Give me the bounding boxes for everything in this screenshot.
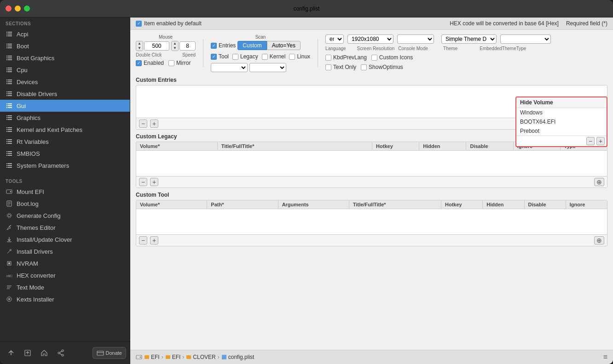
custom-tool-minus[interactable]: −: [139, 236, 147, 245]
custom-legacy-move[interactable]: ⊕: [594, 178, 604, 186]
sidebar-item-boot-graphics[interactable]: Boot Graphics: [0, 52, 130, 64]
sidebar-item-install-update-clover[interactable]: Install/Update Clover: [0, 233, 130, 245]
bc-sep3: ›: [218, 354, 220, 360]
sidebar-item-nvram[interactable]: NVRAM: [0, 257, 130, 269]
svg-rect-18: [6, 68, 7, 68]
linux-checkbox[interactable]: [289, 54, 295, 60]
import-button[interactable]: [4, 346, 18, 360]
sidebar-item-graphics[interactable]: Graphics: [0, 112, 130, 124]
hv-minus-btn[interactable]: −: [586, 137, 595, 145]
mouse-num-input[interactable]: [179, 41, 196, 51]
console-mode-select[interactable]: [397, 34, 434, 44]
language-select[interactable]: en: [325, 34, 344, 44]
sidebar-item-kexts-installer[interactable]: Kexts Installer: [0, 293, 130, 305]
sidebar-item-themes-editor[interactable]: Themes Editor: [0, 222, 130, 233]
scan-select-2[interactable]: [249, 63, 286, 72]
sidebar-item-smbios[interactable]: SMBIOS: [0, 148, 130, 159]
sidebar-item-text-mode[interactable]: Text Mode: [0, 281, 130, 293]
svg-rect-53: [8, 131, 12, 132]
kbd-prev-lang-checkbox[interactable]: [325, 55, 331, 61]
list-icon: [6, 78, 13, 85]
mirror-checkbox[interactable]: [168, 60, 174, 66]
mouse-speed-stepper[interactable]: ▲ ▼: [136, 41, 143, 51]
home-button[interactable]: [37, 346, 52, 360]
svg-line-80: [9, 225, 11, 227]
sidebar-item-hex-converter[interactable]: HEX HEX converter: [0, 269, 130, 281]
svg-rect-39: [8, 105, 12, 106]
sidebar-item-rt-variables[interactable]: Rt Variables: [0, 136, 130, 148]
sidebar-item-system-params[interactable]: System Parameters: [0, 159, 130, 171]
text-only-checkbox[interactable]: [325, 64, 331, 70]
linux-label: Linux: [289, 53, 310, 60]
mouse-controls: ▲ ▼ ▲ ▼: [136, 41, 196, 51]
custom-button[interactable]: Custom: [237, 41, 266, 50]
minimize-button[interactable]: [15, 6, 21, 11]
svg-rect-24: [6, 80, 7, 80]
tool-checkbox[interactable]: [211, 54, 217, 60]
tools-label: TOOLS: [0, 175, 130, 186]
item-enabled-section: ✓ Item enabled by default: [136, 20, 202, 27]
custom-legacy-plus[interactable]: +: [150, 178, 158, 186]
resolution-select[interactable]: 1920x1080: [347, 34, 393, 44]
custom-tool-plus[interactable]: +: [150, 236, 158, 245]
sidebar-item-acpi[interactable]: Acpi: [0, 28, 130, 40]
custom-tool-controls: − + ⊕: [136, 234, 607, 246]
scan-options-row: Tool Legacy Kernel: [211, 53, 310, 60]
custom-entries-plus[interactable]: +: [150, 119, 158, 128]
donate-button[interactable]: Donate: [93, 347, 126, 359]
sidebar-bottom: Donate: [0, 341, 130, 364]
custom-entries-minus[interactable]: −: [139, 119, 147, 128]
svg-rect-20: [6, 69, 7, 70]
stepper-down[interactable]: ▼: [136, 46, 143, 51]
menu-icon[interactable]: ≡: [603, 353, 607, 361]
mouse-speed-input[interactable]: [144, 41, 169, 51]
sidebar-item-boot[interactable]: Boot: [0, 40, 130, 52]
svg-rect-31: [8, 91, 12, 92]
svg-point-90: [62, 350, 64, 352]
sidebar-item-disable-drivers[interactable]: Disable Drivers: [0, 88, 130, 100]
sidebar-item-gui[interactable]: Gui: [0, 100, 130, 112]
stepper-up[interactable]: ▲: [172, 41, 178, 46]
sidebar-item-boot-log[interactable]: Boot.log: [0, 198, 130, 210]
custom-legacy-minus[interactable]: −: [139, 178, 147, 186]
sidebar-item-kernel-kext[interactable]: Kernel and Kext Patches: [0, 124, 130, 136]
custom-icons-checkbox[interactable]: [371, 55, 377, 61]
hv-item-preboot[interactable]: Preboot: [516, 126, 607, 136]
sidebar-item-cpu[interactable]: Cpu: [0, 64, 130, 76]
svg-rect-38: [6, 105, 7, 106]
bc-config-plist: config.plist: [221, 354, 254, 360]
enabled-checkbox[interactable]: [136, 60, 142, 66]
legacy-checkbox[interactable]: [232, 54, 238, 60]
bc-efi1: EFI: [144, 354, 160, 360]
export-button[interactable]: [20, 346, 35, 360]
auto-yes-button[interactable]: Auto=Yes: [267, 41, 301, 50]
stepper-down[interactable]: ▼: [172, 46, 178, 51]
th-disable2: Disable: [525, 200, 566, 209]
svg-rect-63: [8, 153, 12, 154]
kernel-checkbox[interactable]: [262, 54, 268, 60]
svg-rect-8: [6, 46, 7, 46]
stepper-up[interactable]: ▲: [136, 41, 143, 46]
item-enabled-checkbox[interactable]: ✓: [136, 21, 142, 27]
svg-rect-46: [6, 119, 7, 120]
close-button[interactable]: [6, 6, 12, 11]
sidebar-item-install-drivers[interactable]: Install Drivers: [0, 245, 130, 257]
sidebar-item-mount-efi[interactable]: Mount EFI: [0, 186, 130, 198]
sidebar-item-label: Themes Editor: [17, 224, 56, 231]
hv-plus-btn[interactable]: +: [596, 137, 605, 145]
theme-select[interactable]: Simple Theme Da: [441, 34, 497, 44]
share-button[interactable]: [53, 346, 68, 360]
entries-checkbox[interactable]: [211, 43, 217, 49]
custom-tool-move[interactable]: ⊕: [594, 236, 604, 245]
scan-select-1[interactable]: [211, 63, 248, 72]
show-optimus-checkbox[interactable]: [361, 64, 367, 70]
sidebar-item-generate-config[interactable]: Generate Config: [0, 210, 130, 222]
sidebar-item-devices[interactable]: Devices: [0, 76, 130, 88]
mouse-num-stepper[interactable]: ▲ ▼: [171, 41, 179, 51]
hv-item-windows[interactable]: Windows: [516, 108, 607, 117]
svg-rect-4: [6, 35, 7, 36]
embedded-theme-select[interactable]: [500, 34, 551, 44]
hv-item-bootx64[interactable]: BOOTX64.EFI: [516, 117, 607, 126]
maximize-button[interactable]: [24, 6, 30, 11]
console-mode-label: Console Mode: [398, 46, 428, 51]
